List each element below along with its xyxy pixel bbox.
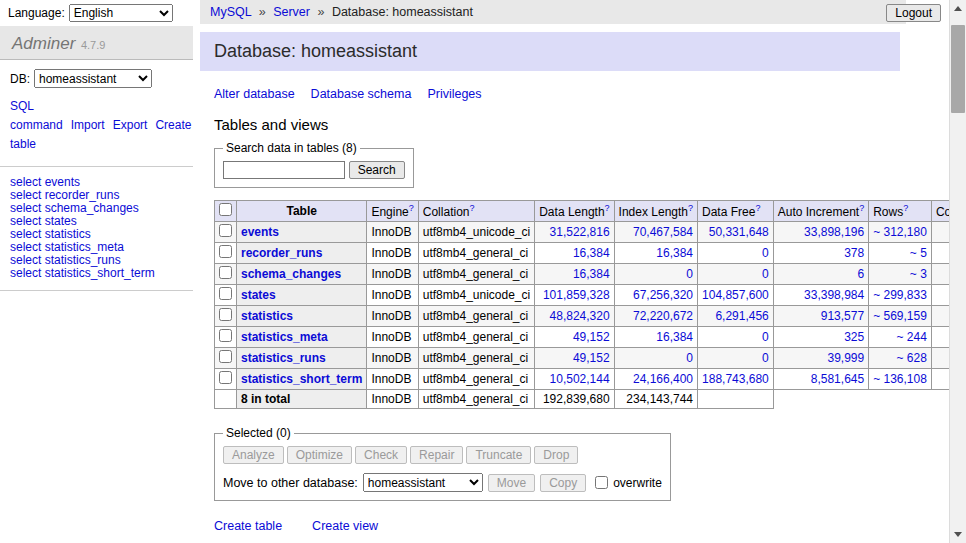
table-name-link[interactable]: events — [241, 225, 279, 239]
auto-increment-link[interactable]: 6 — [857, 267, 864, 281]
bulk-action-button[interactable]: Repair — [410, 446, 463, 464]
column-help-link[interactable]: ? — [903, 203, 908, 213]
rows-count-link[interactable]: ~ 244 — [897, 330, 927, 344]
app-title: Adminer 4.7.9 — [0, 26, 193, 60]
column-help-link[interactable]: ? — [409, 203, 414, 213]
data-free-link[interactable]: 188,743,680 — [702, 372, 769, 386]
sidebar-action-link[interactable]: Import — [71, 118, 105, 132]
rows-count-link[interactable]: ~ 569,159 — [873, 309, 927, 323]
bulk-action-button[interactable]: Optimize — [287, 446, 352, 464]
data-free-link[interactable]: 0 — [762, 267, 769, 281]
data-free-link[interactable]: 0 — [762, 330, 769, 344]
scrollbar-thumb[interactable] — [951, 25, 965, 113]
bulk-action-button[interactable]: Truncate — [466, 446, 531, 464]
move-db-select[interactable]: homeassistant — [363, 473, 483, 492]
index-length-link[interactable]: 0 — [686, 351, 693, 365]
sidebar-action-link[interactable]: Export — [113, 118, 148, 132]
scroll-down-button[interactable] — [950, 526, 966, 543]
bulk-action-button[interactable]: Check — [355, 446, 407, 464]
data-free-link[interactable]: 6,291,456 — [715, 309, 768, 323]
bulk-action-button[interactable]: Drop — [534, 446, 578, 464]
table-name-cell: states — [237, 285, 367, 306]
create-link[interactable]: Create table — [214, 519, 282, 533]
breadcrumb-mysql-link[interactable]: MySQL — [210, 5, 251, 19]
index-length-link[interactable]: 16,384 — [656, 246, 693, 260]
data-length-link[interactable]: 10,502,144 — [550, 372, 610, 386]
data-length-link[interactable]: 49,152 — [573, 330, 610, 344]
rows-count-link[interactable]: ~ 312,180 — [873, 225, 927, 239]
data-length-link[interactable]: 49,152 — [573, 351, 610, 365]
auto-increment-link[interactable]: 913,577 — [821, 309, 864, 323]
column-help-link[interactable]: ? — [605, 203, 610, 213]
table-name-link[interactable]: states — [241, 288, 276, 302]
row-checkbox[interactable] — [219, 371, 232, 384]
auto-increment-link[interactable]: 378 — [844, 246, 864, 260]
bulk-action-button[interactable]: Analyze — [223, 446, 284, 464]
index-length-link[interactable]: 67,256,320 — [633, 288, 693, 302]
database-action-link[interactable]: Privileges — [427, 87, 481, 101]
breadcrumb-server-link[interactable]: Server — [273, 5, 310, 19]
move-button[interactable]: Move — [488, 474, 535, 492]
auto-increment-link[interactable]: 39,999 — [827, 351, 864, 365]
row-select-cell — [215, 306, 237, 327]
data-length-link[interactable]: 16,384 — [573, 267, 610, 281]
rows-count-link[interactable]: ~ 628 — [897, 351, 927, 365]
scroll-up-button[interactable] — [950, 0, 966, 17]
data-free-link[interactable]: 50,331,648 — [709, 225, 769, 239]
row-checkbox[interactable] — [219, 308, 232, 321]
db-select[interactable]: homeassistant — [34, 69, 152, 88]
search-input[interactable] — [223, 161, 345, 179]
auto-increment-link[interactable]: 33,898,196 — [804, 225, 864, 239]
row-checkbox[interactable] — [219, 266, 232, 279]
rows-count-link[interactable]: ~ 5 — [910, 246, 927, 260]
data-length-link[interactable]: 31,522,816 — [550, 225, 610, 239]
data-free-link[interactable]: 0 — [762, 246, 769, 260]
index-length-link[interactable]: 72,220,672 — [633, 309, 693, 323]
index-length-link[interactable]: 24,166,400 — [633, 372, 693, 386]
table-name-link[interactable]: recorder_runs — [241, 246, 322, 260]
data-length-link[interactable]: 101,859,328 — [543, 288, 610, 302]
create-link[interactable]: Create view — [312, 519, 378, 533]
database-action-link[interactable]: Alter database — [214, 87, 295, 101]
row-select-cell — [215, 369, 237, 390]
language-select[interactable]: English — [69, 4, 173, 22]
row-checkbox[interactable] — [219, 224, 232, 237]
table-name-link[interactable]: statistics_runs — [241, 351, 326, 365]
rows-count-link[interactable]: ~ 299,833 — [873, 288, 927, 302]
copy-button[interactable]: Copy — [540, 474, 586, 492]
collation-cell: utf8mb4_general_ci — [418, 264, 534, 285]
auto-increment-link[interactable]: 8,581,645 — [811, 372, 864, 386]
sidebar-action-link[interactable]: SQL command — [10, 99, 63, 132]
column-help-link[interactable]: ? — [688, 203, 693, 213]
table-name-link[interactable]: statistics — [241, 309, 293, 323]
collation-cell: utf8mb4_general_ci — [418, 306, 534, 327]
row-checkbox[interactable] — [219, 350, 232, 363]
search-button[interactable]: Search — [349, 161, 405, 179]
scrollbar[interactable] — [949, 0, 966, 543]
index-length-link[interactable]: 70,467,584 — [633, 225, 693, 239]
data-free-link[interactable]: 104,857,600 — [702, 288, 769, 302]
row-checkbox[interactable] — [219, 287, 232, 300]
logout-button[interactable]: Logout — [886, 4, 941, 22]
auto-increment-link[interactable]: 325 — [844, 330, 864, 344]
data-length-link[interactable]: 48,824,320 — [550, 309, 610, 323]
rows-count-link[interactable]: ~ 136,108 — [873, 372, 927, 386]
auto-increment-link[interactable]: 33,398,984 — [804, 288, 864, 302]
row-checkbox[interactable] — [219, 245, 232, 258]
rows-count-link[interactable]: ~ 3 — [910, 267, 927, 281]
data-length-link[interactable]: 16,384 — [573, 246, 610, 260]
sidebar-table-link[interactable]: select statistics_short_term — [10, 267, 183, 280]
table-name-link[interactable]: statistics_short_term — [241, 372, 362, 386]
overwrite-checkbox[interactable] — [595, 476, 608, 489]
data-free-link[interactable]: 0 — [762, 351, 769, 365]
column-help-link[interactable]: ? — [469, 203, 474, 213]
table-name-link[interactable]: statistics_meta — [241, 330, 328, 344]
column-help-link[interactable]: ? — [755, 203, 760, 213]
table-name-link[interactable]: schema_changes — [241, 267, 341, 281]
index-length-link[interactable]: 0 — [686, 267, 693, 281]
index-length-link[interactable]: 16,384 — [656, 330, 693, 344]
database-action-link[interactable]: Database schema — [311, 87, 412, 101]
column-help-link[interactable]: ? — [859, 203, 864, 213]
row-checkbox[interactable] — [219, 329, 232, 342]
select-all-checkbox[interactable] — [219, 203, 232, 216]
